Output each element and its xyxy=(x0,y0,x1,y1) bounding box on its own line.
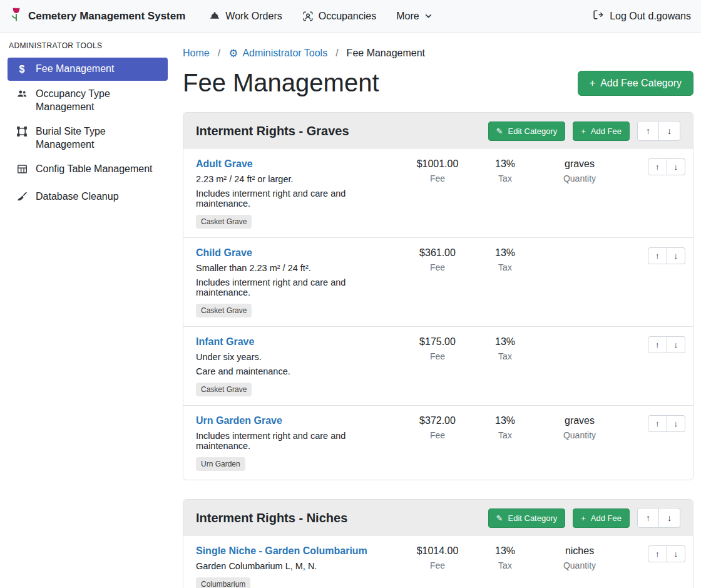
fee-row: Urn Garden Grave Includes interment righ… xyxy=(183,405,693,480)
plus-icon: + xyxy=(581,514,586,522)
sidebar-item-database-cleanup[interactable]: Database Cleanup xyxy=(8,185,168,210)
move-fee-down-button[interactable]: ↓ xyxy=(667,336,686,353)
nav-occupancies-label: Occupancies xyxy=(319,11,377,22)
fee-name-link[interactable]: Infant Grave xyxy=(196,336,254,348)
main-content: Home / ⚙ Administrator Tools / Fee Manag… xyxy=(175,33,701,588)
move-fee-up-button[interactable]: ↑ xyxy=(648,545,667,562)
arrow-up-icon: ↑ xyxy=(655,549,660,559)
fee-name-link[interactable]: Urn Garden Grave xyxy=(196,415,282,426)
arrow-up-icon: ↑ xyxy=(655,340,660,349)
nav-occupancies[interactable]: Occupancies xyxy=(302,11,377,22)
add-fee-label: Add Fee xyxy=(591,126,622,136)
fee-amount-label: Fee xyxy=(404,560,471,570)
sidebar-item-label: Fee Management xyxy=(36,63,114,75)
move-fee-down-button[interactable]: ↓ xyxy=(667,545,686,562)
fee-amount-label: Fee xyxy=(404,351,471,361)
fee-quantity: graves xyxy=(539,158,620,170)
logout-icon xyxy=(592,9,604,23)
fee-type-badge: Casket Grave xyxy=(196,304,252,317)
arrow-down-icon: ↓ xyxy=(674,419,678,428)
sidebar-item-occupancy-type-management[interactable]: Occupancy Type Management xyxy=(8,83,168,118)
fee-type-badge: Columbarium xyxy=(196,577,250,588)
category-card-niches: Interment Rights - Niches ✎ Edit Categor… xyxy=(183,499,693,588)
sidebar-item-label: Occupancy Type Management xyxy=(36,88,160,113)
move-fee-down-button[interactable]: ↓ xyxy=(667,158,686,175)
breadcrumb-admin-tools-label: Administrator Tools xyxy=(242,48,327,59)
sidebar-item-config-table-management[interactable]: Config Table Management xyxy=(8,158,168,183)
fee-description: Includes interment right and care and ma… xyxy=(196,431,399,451)
fee-amount: $361.00 xyxy=(404,247,471,259)
move-fee-up-button[interactable]: ↑ xyxy=(648,158,667,175)
add-fee-button[interactable]: + Add Fee xyxy=(573,121,630,141)
logout-button[interactable]: Log Out d.gowans xyxy=(592,9,691,23)
move-category-down-button[interactable]: ↓ xyxy=(659,508,680,528)
fee-tax-label: Tax xyxy=(471,430,539,440)
fee-type-badge: Casket Grave xyxy=(196,383,252,396)
breadcrumb: Home / ⚙ Administrator Tools / Fee Manag… xyxy=(183,48,693,59)
category-header: Interment Rights - Graves ✎ Edit Categor… xyxy=(183,113,693,149)
breadcrumb-separator: / xyxy=(218,48,220,59)
arrow-down-icon: ↓ xyxy=(667,126,672,136)
fee-reorder-group: ↑ ↓ xyxy=(648,336,685,353)
move-fee-up-button[interactable]: ↑ xyxy=(648,336,667,353)
move-category-up-button[interactable]: ↑ xyxy=(637,121,659,141)
category-header: Interment Rights - Niches ✎ Edit Categor… xyxy=(183,500,693,536)
fee-name-link[interactable]: Child Grave xyxy=(196,247,252,259)
arrow-down-icon: ↓ xyxy=(667,513,672,523)
move-fee-down-button[interactable]: ↓ xyxy=(667,415,686,432)
fee-quantity: graves xyxy=(539,415,620,426)
add-fee-button[interactable]: + Add Fee xyxy=(573,508,630,528)
move-fee-down-button[interactable]: ↓ xyxy=(667,247,686,264)
arrow-down-icon: ↓ xyxy=(674,549,678,559)
fee-description: Under six years. xyxy=(196,352,399,362)
breadcrumb-separator: / xyxy=(335,48,338,59)
arrow-up-icon: ↑ xyxy=(655,251,660,260)
add-fee-category-button[interactable]: + Add Fee Category xyxy=(578,71,693,96)
edit-category-label: Edit Category xyxy=(508,513,557,523)
category-title: Interment Rights - Graves xyxy=(196,124,349,138)
breadcrumb-admin-tools[interactable]: ⚙ Administrator Tools xyxy=(228,48,327,59)
logout-label: Log Out d.gowans xyxy=(610,11,691,22)
edit-category-button[interactable]: ✎ Edit Category xyxy=(488,508,566,528)
edit-category-button[interactable]: ✎ Edit Category xyxy=(488,121,566,141)
category-card-graves: Interment Rights - Graves ✎ Edit Categor… xyxy=(183,112,693,480)
category-reorder-group: ↑ ↓ xyxy=(637,508,680,528)
app-brand[interactable]: Cemetery Management System xyxy=(10,6,185,26)
move-category-up-button[interactable]: ↑ xyxy=(637,508,659,528)
breadcrumb-home[interactable]: Home xyxy=(183,48,210,59)
fee-description: Care and maintenance. xyxy=(196,366,399,376)
gear-icon: ⚙ xyxy=(228,48,238,59)
move-category-down-button[interactable]: ↓ xyxy=(659,121,680,141)
vector-square-icon xyxy=(15,126,29,140)
fee-description: Garden Columbarium L, M, N. xyxy=(196,561,399,571)
fee-amount: $1014.00 xyxy=(404,545,471,557)
fee-tax: 13% xyxy=(471,158,539,170)
fee-description: Smaller than 2.23 m² / 24 ft². xyxy=(196,263,399,273)
nav-more-label: More xyxy=(396,11,419,22)
fee-tax-label: Tax xyxy=(471,173,539,183)
fee-quantity-label: Quantity xyxy=(539,173,620,183)
arrow-down-icon: ↓ xyxy=(674,251,678,260)
category-title: Interment Rights - Niches xyxy=(196,511,347,525)
fee-amount-label: Fee xyxy=(404,262,471,272)
move-fee-up-button[interactable]: ↑ xyxy=(648,247,667,264)
sidebar-item-label: Config Table Management xyxy=(36,163,153,175)
sidebar-heading: ADMINISTRATOR TOOLS xyxy=(0,41,175,50)
sidebar-item-fee-management[interactable]: $ Fee Management xyxy=(8,58,168,81)
fee-amount: $372.00 xyxy=(404,415,471,426)
dollar-icon: $ xyxy=(15,63,29,76)
fee-description: Includes interment right and care and ma… xyxy=(196,277,399,297)
hard-hat-icon xyxy=(209,11,220,22)
fee-type-badge: Casket Grave xyxy=(196,215,252,229)
fee-tax-label: Tax xyxy=(471,351,539,361)
fee-name-link[interactable]: Adult Grave xyxy=(196,158,253,170)
pencil-icon: ✎ xyxy=(496,127,503,135)
fee-name-link[interactable]: Single Niche - Garden Columbarium xyxy=(196,545,367,557)
move-fee-up-button[interactable]: ↑ xyxy=(648,415,667,432)
nav-work-orders[interactable]: Work Orders xyxy=(209,11,282,22)
fee-row: Single Niche - Garden Columbarium Garden… xyxy=(183,536,693,588)
nav-more[interactable]: More xyxy=(396,11,432,22)
sidebar-item-burial-site-type-management[interactable]: Burial Site Type Management xyxy=(8,120,168,156)
fee-reorder-group: ↑ ↓ xyxy=(648,158,685,175)
arrow-up-icon: ↑ xyxy=(646,513,650,523)
